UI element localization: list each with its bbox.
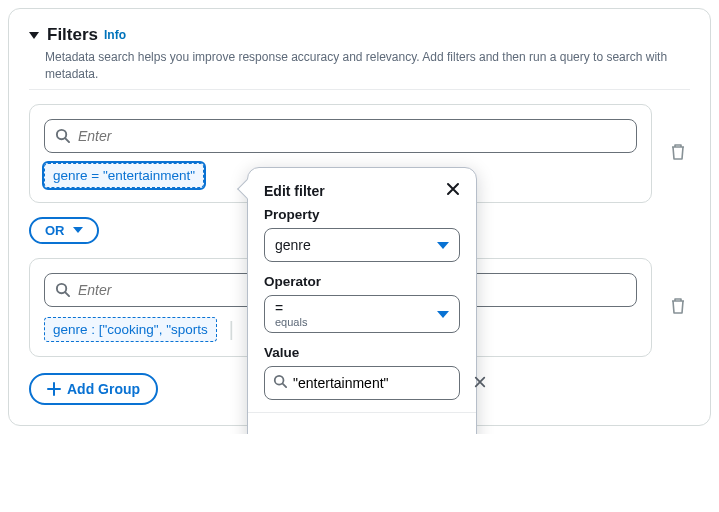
- group1-search[interactable]: [44, 119, 637, 153]
- svg-line-3: [65, 292, 69, 296]
- chevron-down-icon: [73, 227, 83, 233]
- value-label: Value: [264, 345, 460, 360]
- chevron-down-icon: [437, 242, 449, 249]
- filters-header: Filters Info: [29, 25, 690, 45]
- svg-line-5: [283, 384, 287, 388]
- operator-description: equals: [275, 316, 307, 329]
- chip-divider: |: [227, 318, 236, 341]
- group1-search-input[interactable]: [78, 128, 626, 144]
- group-operator-select[interactable]: OR: [29, 217, 99, 244]
- property-value: genre: [275, 237, 311, 253]
- delete-group-1-button[interactable]: [666, 139, 690, 168]
- value-input-wrap[interactable]: [264, 366, 460, 400]
- plus-icon: [47, 382, 61, 396]
- popover-actions: Cancel Apply: [248, 423, 476, 434]
- property-select[interactable]: genre: [264, 228, 460, 262]
- filters-panel: Filters Info Metadata search helps you i…: [8, 8, 711, 426]
- clear-value-button[interactable]: [474, 374, 486, 392]
- filters-title: Filters: [47, 25, 98, 45]
- add-group-button[interactable]: Add Group: [29, 373, 158, 405]
- group-operator-label: OR: [45, 223, 65, 238]
- edit-filter-popover: Edit filter Property genre Operator = eq…: [247, 167, 477, 434]
- popover-divider: [248, 412, 476, 413]
- search-icon: [55, 282, 70, 297]
- search-icon: [55, 128, 70, 143]
- search-icon: [273, 374, 287, 391]
- value-input[interactable]: [293, 375, 468, 391]
- divider: [29, 89, 690, 90]
- delete-group-2-button[interactable]: [666, 293, 690, 322]
- info-link[interactable]: Info: [104, 28, 126, 42]
- group2-chip-genre[interactable]: genre : ["cooking", "sports: [44, 317, 217, 342]
- popover-close-button[interactable]: [446, 182, 460, 199]
- operator-select[interactable]: = equals: [264, 295, 460, 333]
- property-label: Property: [264, 207, 460, 222]
- chevron-down-icon: [437, 311, 449, 318]
- operator-label: Operator: [264, 274, 460, 289]
- svg-line-1: [65, 138, 69, 142]
- add-group-label: Add Group: [67, 381, 140, 397]
- collapse-caret-icon[interactable]: [29, 32, 39, 39]
- filters-subtitle: Metadata search helps you improve respon…: [45, 49, 690, 83]
- popover-title: Edit filter: [264, 183, 325, 199]
- group1-chip-genre[interactable]: genre = "entertainment": [44, 163, 204, 188]
- operator-value: =: [275, 300, 307, 316]
